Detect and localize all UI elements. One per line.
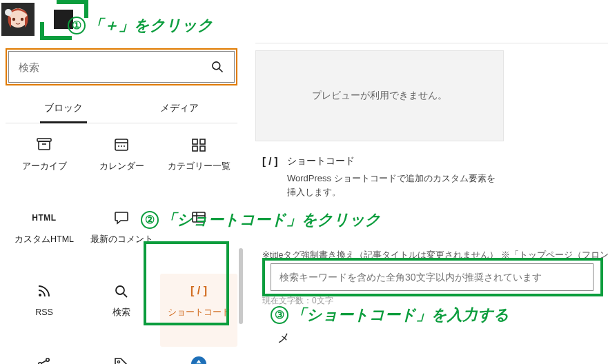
svg-point-26 [46, 358, 49, 361]
scrollbar[interactable] [239, 248, 243, 324]
rss-icon [36, 281, 52, 301]
block-search[interactable]: 検索 [83, 274, 160, 347]
stray-text: メ [277, 330, 290, 346]
block-share[interactable] [6, 347, 83, 364]
search-icon [210, 60, 224, 74]
svg-line-24 [124, 294, 127, 297]
preview-unavailable-card: プレビューが利用できません。 [255, 50, 504, 141]
calendar-icon [113, 134, 130, 155]
svg-point-5 [213, 62, 220, 70]
tab-blocks[interactable]: ブロック [6, 95, 121, 123]
plus-icon [54, 10, 73, 29]
svg-rect-15 [193, 139, 197, 144]
svg-point-2 [12, 18, 15, 21]
svg-point-13 [121, 145, 122, 147]
svg-rect-18 [200, 146, 205, 151]
svg-rect-10 [115, 139, 128, 150]
shortcode-desc-icon: [ / ] [262, 155, 279, 172]
block-fuji[interactable] [160, 347, 237, 364]
svg-point-4 [5, 9, 12, 16]
annotation-3: ③「ショートコード」を入力する [271, 305, 509, 325]
html-icon: HTML [32, 208, 56, 228]
annotation-1: ①「＋」をクリック [68, 15, 213, 36]
block-calendar[interactable]: カレンダー [83, 128, 160, 201]
shortcode-title: ショートコード [287, 155, 497, 168]
svg-point-12 [118, 145, 119, 147]
svg-point-14 [124, 145, 125, 147]
archive-icon [36, 134, 52, 155]
inserter-tabs: ブロック メディア [6, 95, 237, 123]
block-grid: アーカイブ カレンダー カテゴリー一覧 HTML カスタムHTML 最新のコメン… [6, 128, 237, 364]
svg-line-28 [41, 361, 46, 363]
svg-point-30 [117, 361, 119, 363]
avatar[interactable] [1, 3, 35, 36]
title-tag-note: ※titleタグ強制書き換え（記事タイトルは変更されません） ※「トップページ（… [262, 250, 608, 261]
block-table-partial[interactable] [160, 201, 237, 274]
tag-icon [113, 354, 130, 364]
svg-rect-17 [193, 146, 197, 151]
share-icon [36, 354, 52, 364]
svg-rect-19 [193, 212, 205, 222]
svg-rect-16 [200, 139, 205, 144]
shortcode-body: WordPress ショートコードで追加のカスタム要素を挿入します。 [287, 172, 497, 199]
divider [255, 43, 608, 43]
svg-point-3 [21, 18, 23, 21]
tab-media[interactable]: メディア [121, 95, 237, 123]
svg-point-23 [116, 286, 124, 294]
block-tag[interactable] [83, 347, 160, 364]
shortcode-description: [ / ] ショートコード WordPress ショートコードで追加のカスタム要… [255, 141, 504, 204]
svg-line-6 [219, 69, 223, 72]
block-search-field[interactable] [8, 51, 235, 83]
add-block-button[interactable] [43, 0, 84, 39]
table-icon [190, 208, 207, 228]
block-latest-comments[interactable]: 最新のコメント [83, 201, 160, 274]
block-search-input[interactable] [19, 61, 210, 73]
comments-icon [113, 208, 130, 228]
block-archive[interactable]: アーカイブ [6, 128, 83, 201]
fuji-icon [190, 354, 208, 364]
search-highlight-box [6, 48, 237, 85]
shortcode-input[interactable] [271, 263, 594, 291]
block-shortcode[interactable]: [ / ] ショートコード [160, 274, 237, 347]
search-block-icon [113, 281, 130, 301]
svg-point-22 [39, 294, 41, 296]
char-count: 現在文字数：0文字 [262, 295, 333, 307]
categories-icon [190, 134, 207, 155]
block-rss[interactable]: RSS [6, 274, 83, 347]
svg-rect-8 [39, 141, 50, 150]
shortcode-icon: [ / ] [190, 281, 207, 301]
block-custom-html[interactable]: HTML カスタムHTML [6, 201, 83, 274]
preview-unavailable-text: プレビューが利用できません。 [312, 90, 447, 101]
block-inserter-panel: ブロック メディア アーカイブ カレンダー カテゴリー一覧 HTML [6, 48, 237, 364]
block-categories[interactable]: カテゴリー一覧 [160, 128, 237, 201]
